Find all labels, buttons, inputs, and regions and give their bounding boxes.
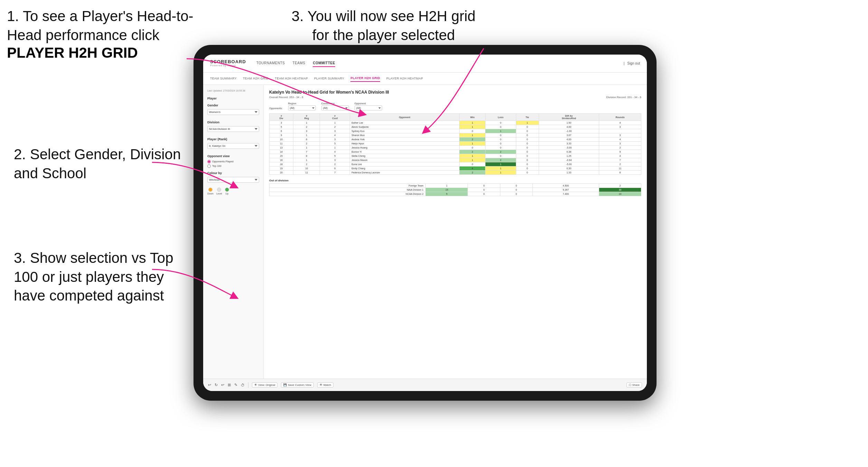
table-row: 19106 Emily Chang 4 1 0 0.30 11 xyxy=(270,166,641,171)
table-row: 1474 Eunice Yi 2 2 0 0.38 9 xyxy=(270,150,641,154)
undo-icon[interactable]: ↩ xyxy=(208,383,211,387)
sign-out-link[interactable]: Sign out xyxy=(627,61,640,65)
out-of-division-header: Out of division xyxy=(269,179,641,182)
watch-btn[interactable]: 👁 Watch xyxy=(317,382,333,388)
col-diff: Diff AvStrokes/Rnd xyxy=(539,114,599,121)
arrow-2 xyxy=(135,155,245,200)
edit-icon[interactable]: ✎ xyxy=(234,383,237,387)
table-row: 1311 Jessica Huang 0 0 0 -3.00 2 xyxy=(270,146,641,150)
arrow-1 xyxy=(104,55,373,124)
save-custom-btn[interactable]: 💾 Save Custom View xyxy=(281,382,313,388)
division-record: Division Record: 331 - 34 - 6 xyxy=(606,96,641,99)
table-row: 1613 Jessica Mason 1 2 0 -0.94 7 xyxy=(270,158,641,162)
toolbar-sep xyxy=(248,382,248,388)
table-row: NCAA Division 2 5 0 0 7.400 10 xyxy=(270,192,641,196)
col-rounds: Rounds xyxy=(599,114,641,121)
view-original-btn[interactable]: 👁 View: Original xyxy=(252,382,277,388)
undo2-icon[interactable]: ↩ xyxy=(221,383,224,387)
instruction-3-top: 3. You will now see H2H grid for the pla… xyxy=(283,7,484,45)
table-row: NAIA Division 1 15 0 0 9.267 30 xyxy=(270,188,641,192)
table-row: 20117 Federica Domecq Lacroze 2 1 0 1.33… xyxy=(270,171,641,175)
arrow-4 xyxy=(380,41,525,138)
left-panel: Last Updated: 27/03/2024 16:55:38 Player… xyxy=(203,85,264,379)
division-select[interactable]: NCAA Division III NCAA Division I NCAA D… xyxy=(207,126,259,132)
player-rank-label: Player (Rank) xyxy=(207,137,259,141)
share-btn[interactable]: ⬡ Share xyxy=(626,382,642,388)
eye-icon: 👁 xyxy=(254,383,257,387)
clock-icon[interactable]: ⏱ xyxy=(241,383,245,387)
watch-icon: 👁 xyxy=(320,383,322,387)
share-icon: ⬡ xyxy=(629,383,631,387)
save-icon: 💾 xyxy=(283,383,287,387)
table-row: 1125 Heejo Hyun 1 0 0 3.33 3 xyxy=(270,142,641,146)
out-of-division-table: Foreign Team 1 0 0 4.500 2 NAIA Division… xyxy=(269,183,641,196)
grid-icon[interactable]: ⊞ xyxy=(228,383,231,387)
instruction-1-text: 1. To see a Player's Head-to-Head perfor… xyxy=(7,8,194,43)
table-row: Foreign Team 1 0 0 4.500 2 xyxy=(270,184,641,188)
nav-right: | Sign out xyxy=(624,61,640,65)
toolbar: ↩ ↻ ↩ ⊞ ✎ ⏱ 👁 View: Original 💾 Save Cust… xyxy=(203,379,647,391)
table-row: 1585 Stella Cheng 1 0 0 1.25 4 xyxy=(270,154,641,158)
table-row: 1822 Euna Lee 0 1 0 -5.00 2 xyxy=(270,162,641,166)
instruction-1: 1. To see a Player's Head-to-Head perfor… xyxy=(7,7,207,61)
player-rank-select[interactable]: 8. Katelyn Vo xyxy=(207,143,259,149)
arrow-3 xyxy=(135,263,245,307)
redo-icon[interactable]: ↻ xyxy=(215,383,218,387)
